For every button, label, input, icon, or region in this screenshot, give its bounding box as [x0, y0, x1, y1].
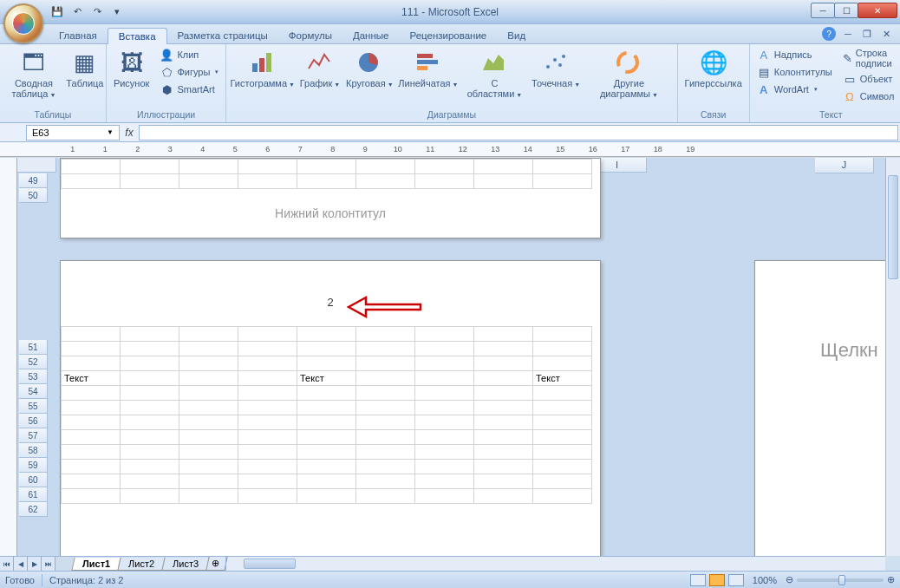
- tab-view[interactable]: Вид: [497, 28, 536, 43]
- tab-data[interactable]: Данные: [342, 28, 400, 43]
- save-icon[interactable]: 💾: [49, 3, 66, 21]
- row-header-49[interactable]: 49: [19, 173, 48, 188]
- workspace: ABCDEFGHI Нижний колонтитул 4950 2 Текст…: [0, 158, 900, 556]
- zoom-slider-thumb[interactable]: [838, 575, 845, 585]
- column-header-J[interactable]: J: [815, 158, 874, 173]
- undo-icon[interactable]: ↶: [68, 3, 86, 21]
- wordart-button[interactable]: AWordArt▾: [754, 82, 835, 97]
- column-chart-button[interactable]: Гистограмма▼: [231, 47, 294, 90]
- row-header-53[interactable]: 53: [19, 369, 48, 384]
- zoom-slider[interactable]: [797, 578, 884, 582]
- row-header-50[interactable]: 50: [19, 188, 48, 203]
- row-header-55[interactable]: 55: [19, 399, 48, 414]
- zoom-out-button[interactable]: ⊖: [786, 574, 793, 585]
- other-charts-icon: [615, 49, 642, 76]
- scatter-chart-icon: [542, 49, 570, 76]
- smartart-button[interactable]: ⬢SmartArt: [157, 82, 221, 97]
- footer-placeholder[interactable]: Нижний колонтитул: [61, 189, 600, 238]
- shapes-button[interactable]: ⬠Фигуры▾: [157, 64, 221, 80]
- pie-chart-button[interactable]: Круговая▼: [346, 47, 394, 90]
- inner-close-button[interactable]: ✕: [879, 27, 893, 41]
- formula-input[interactable]: [139, 125, 898, 140]
- tab-pagelayout[interactable]: Разметка страницы: [167, 28, 278, 43]
- minimize-button[interactable]: ─: [811, 3, 835, 18]
- headerfooter-icon: ▤: [757, 65, 771, 79]
- redo-icon[interactable]: ↷: [88, 3, 106, 21]
- view-pagelayout-button[interactable]: [709, 574, 725, 586]
- view-pagebreak-button[interactable]: [728, 574, 744, 586]
- sheet-nav-prev[interactable]: ◀: [14, 557, 28, 572]
- tab-insert[interactable]: Вставка: [108, 28, 167, 44]
- signature-line-button[interactable]: ✎Строка подписи▾: [840, 47, 900, 69]
- vertical-scrollbar[interactable]: [885, 158, 900, 556]
- object-button[interactable]: ▭Объект: [840, 71, 900, 87]
- horizontal-scrollbar[interactable]: [225, 557, 885, 571]
- row-header-51[interactable]: 51: [19, 340, 48, 355]
- page-number-header[interactable]: 2: [61, 261, 600, 326]
- column-chart-icon: [249, 49, 277, 76]
- status-page: Страница: 2 из 2: [49, 575, 124, 585]
- hyperlink-icon: 🌐: [700, 49, 727, 76]
- scatter-chart-button[interactable]: Точечная▼: [532, 47, 580, 90]
- status-ready: Готово: [5, 575, 35, 585]
- svg-point-8: [546, 65, 550, 69]
- svg-rect-6: [417, 66, 427, 70]
- row-header-56[interactable]: 56: [19, 414, 48, 428]
- picture-button[interactable]: 🖼Рисунок: [111, 47, 153, 90]
- office-button[interactable]: [3, 3, 43, 43]
- maximize-button[interactable]: ☐: [834, 3, 858, 18]
- horizontal-scroll-thumb[interactable]: [244, 559, 296, 569]
- row-header-59[interactable]: 59: [19, 458, 48, 473]
- row-header-57[interactable]: 57: [19, 428, 48, 443]
- page-1-bottom: Нижний колонтитул: [60, 158, 601, 238]
- textbox-button[interactable]: AНадпись: [754, 47, 835, 62]
- other-charts-button[interactable]: Другие диаграммы▼: [585, 47, 672, 101]
- svg-marker-7: [483, 55, 504, 70]
- zoom-level: 100%: [753, 575, 777, 585]
- smartart-icon: ⬢: [160, 82, 173, 96]
- horizontal-ruler: 112345678910111213141516171819: [0, 142, 900, 157]
- area-chart-button[interactable]: С областями▼: [463, 47, 526, 101]
- inner-restore-button[interactable]: ❐: [860, 27, 874, 41]
- headerfooter-button[interactable]: ▤Колонтитулы: [754, 64, 835, 80]
- close-button[interactable]: ✕: [858, 3, 897, 18]
- sheet-tab-2[interactable]: Лист2: [118, 558, 166, 571]
- grid-page2[interactable]: ТекстТекстТекст: [61, 326, 592, 504]
- zoom-in-button[interactable]: ⊕: [887, 574, 895, 585]
- inner-minimize-button[interactable]: ─: [841, 27, 855, 41]
- row-header-61[interactable]: 61: [19, 487, 48, 502]
- row-header-52[interactable]: 52: [19, 355, 48, 369]
- view-normal-button[interactable]: [690, 574, 706, 586]
- tab-home[interactable]: Главная: [49, 28, 108, 43]
- sheet-nav-first[interactable]: ⏮: [0, 557, 14, 572]
- help-icon[interactable]: ?: [822, 27, 836, 41]
- tab-review[interactable]: Рецензирование: [399, 28, 497, 43]
- group-label-tables: Таблицы: [4, 108, 101, 122]
- sheet-nav-next[interactable]: ▶: [28, 557, 42, 572]
- row-header-58[interactable]: 58: [19, 443, 48, 458]
- textbox-icon: A: [757, 48, 771, 62]
- sheet-tab-1[interactable]: Лист1: [71, 558, 121, 571]
- bar-chart-button[interactable]: Линейчатая▼: [399, 47, 458, 90]
- pivot-table-button[interactable]: 🗔Сводная таблица▼: [4, 47, 63, 101]
- fx-icon[interactable]: fx: [121, 127, 137, 139]
- line-chart-button[interactable]: График▼: [299, 47, 341, 90]
- row-header-54[interactable]: 54: [19, 384, 48, 399]
- tab-formulas[interactable]: Формулы: [278, 28, 342, 43]
- vertical-scroll-thumb[interactable]: [888, 175, 898, 279]
- office-logo-icon: [12, 12, 35, 35]
- symbol-button[interactable]: ΩСимвол: [840, 88, 900, 104]
- status-bar: Готово Страница: 2 из 2 100% ⊖ ⊕: [0, 571, 900, 588]
- row-header-62[interactable]: 62: [19, 502, 48, 517]
- hyperlink-button[interactable]: 🌐Гиперссылка: [682, 47, 745, 90]
- new-sheet-button[interactable]: ⊕: [205, 557, 227, 571]
- clipart-button[interactable]: 👤Клип: [157, 47, 221, 62]
- sheet-nav-last[interactable]: ⏭: [42, 557, 55, 572]
- table-button[interactable]: ▦Таблица: [68, 47, 101, 90]
- group-label-illustrations: Иллюстрации: [111, 108, 221, 122]
- row-header-60[interactable]: 60: [19, 473, 48, 487]
- sheet-tab-3[interactable]: Лист3: [162, 558, 210, 571]
- qat-dropdown-icon[interactable]: ▾: [108, 3, 126, 21]
- name-box[interactable]: E63▼: [26, 125, 120, 140]
- grid-page1[interactable]: [61, 159, 592, 189]
